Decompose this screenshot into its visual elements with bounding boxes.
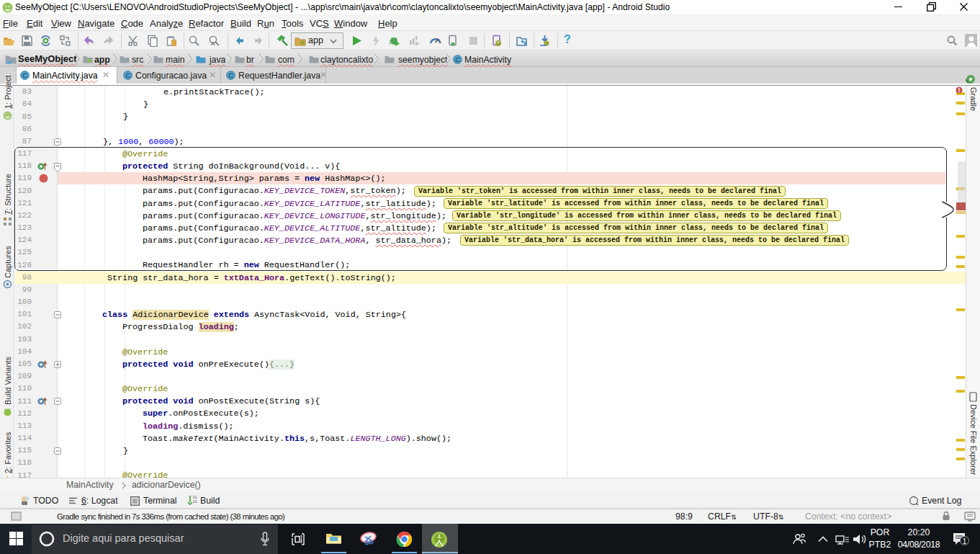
svg-text:C: C (228, 71, 233, 79)
svg-text:C: C (125, 71, 130, 79)
svg-text:A: A (211, 40, 215, 47)
svg-text:10: 10 (193, 499, 197, 504)
svg-text:C: C (455, 55, 460, 63)
svg-text:C: C (22, 71, 27, 79)
